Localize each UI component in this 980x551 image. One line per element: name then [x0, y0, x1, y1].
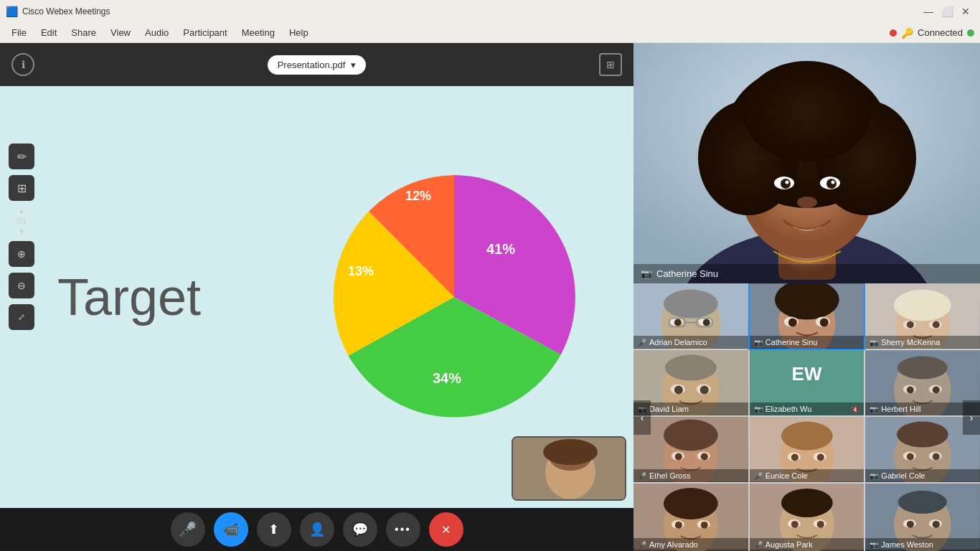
avatar-elizabeth: EW — [750, 350, 864, 398]
chat-button[interactable]: 💬 — [343, 512, 377, 547]
muted-icon-elizabeth: 🔇 — [851, 405, 859, 413]
participant-cell-adrian[interactable]: 🎤 Adrian Delamico — [633, 283, 748, 349]
name-bar-eunice: 🎤 Eunice Cole — [750, 469, 864, 482]
page-up-button[interactable]: ▲ — [18, 207, 25, 215]
name-bar-ethel: 🎤 Ethel Gross — [633, 469, 748, 482]
name-bar-amy: 🎤 Amy Alvarado — [633, 538, 748, 551]
menu-file[interactable]: File — [6, 26, 32, 39]
presentation-toolbar: ℹ Presentation.pdf ▾ ⊞ — [0, 43, 633, 86]
maximize-button[interactable]: ⬜ — [938, 3, 956, 20]
draw-tool-button[interactable]: ✏ — [9, 143, 34, 169]
title-bar-left: 🟦 Cisco Webex Meetings — [6, 6, 110, 17]
status-area: 🔑 Connected — [890, 27, 974, 39]
cam-icon-james: 📷 — [870, 541, 878, 549]
participant-cell-amy[interactable]: 🎤 Amy Alvarado — [633, 484, 748, 551]
menu-audio[interactable]: Audio — [139, 26, 174, 39]
participants-button[interactable]: 👤 — [300, 512, 334, 547]
svg-point-66 — [781, 422, 833, 451]
svg-point-55 — [907, 387, 914, 394]
svg-point-97 — [907, 521, 914, 528]
share-button[interactable]: ⬆ — [257, 512, 291, 547]
participant-cell-elizabeth[interactable]: EW 📷 Elizabeth Wu 🔇 — [750, 350, 864, 415]
svg-point-42 — [933, 321, 940, 329]
app-title: Cisco Webex Meetings — [22, 6, 110, 17]
featured-camera-icon: 📷 — [641, 268, 652, 279]
name-bar-catherine: 📷 Catherine Sinu — [750, 336, 864, 349]
menu-help[interactable]: Help — [283, 26, 314, 39]
title-bar: 🟦 Cisco Webex Meetings — ⬜ ✕ — [0, 0, 980, 23]
zoom-out-button[interactable]: ⊖ — [9, 273, 34, 298]
cam-icon-sherry: 📷 — [870, 339, 878, 347]
close-button[interactable]: ✕ — [957, 3, 974, 20]
left-tools: ✏ ⊞ ▲ 03 ▼ ⊕ ⊖ ⤢ — [9, 143, 34, 330]
menu-view[interactable]: View — [105, 26, 136, 39]
menu-bar: File Edit Share View Audio Participant M… — [0, 23, 980, 43]
menu-participant[interactable]: Participant — [177, 26, 232, 39]
zoom-in-button[interactable]: ⊕ — [9, 241, 34, 267]
svg-point-35 — [819, 319, 828, 327]
svg-point-34 — [788, 319, 797, 327]
grid-tool-button[interactable]: ⊞ — [9, 175, 34, 201]
svg-point-18 — [797, 197, 817, 208]
svg-point-41 — [907, 321, 914, 329]
share-icon: ⬆ — [268, 522, 279, 537]
participant-cell-james[interactable]: 📷 James Weston — [865, 484, 980, 551]
recording-indicator — [890, 29, 897, 37]
svg-point-80 — [664, 488, 718, 519]
mute-button[interactable]: 🎤 — [171, 512, 205, 547]
self-view-face — [513, 438, 625, 499]
chevron-down-icon: ▾ — [351, 60, 356, 70]
svg-point-73 — [897, 422, 948, 448]
file-selector[interactable]: Presentation.pdf ▾ — [268, 55, 367, 75]
video-button[interactable]: 📹 — [214, 512, 248, 547]
name-bar-augusta: 🎤 Augusta Park — [750, 538, 864, 551]
page-nav: ▲ 03 ▼ — [9, 207, 34, 235]
svg-point-52 — [897, 357, 948, 380]
cam-icon-gabriel: 📷 — [870, 472, 878, 480]
participant-cell-sherry[interactable]: 📷 Sherry McKenna — [865, 283, 980, 349]
grid-prev-button[interactable]: ‹ — [633, 400, 651, 435]
cam-icon-catherine: 📷 — [754, 339, 763, 347]
self-view — [512, 436, 626, 501]
svg-point-69 — [791, 454, 798, 461]
name-sherry: Sherry McKenna — [881, 338, 940, 347]
menu-share[interactable]: Share — [65, 26, 102, 39]
info-button[interactable]: ℹ — [11, 53, 34, 76]
page-down-button[interactable]: ▼ — [18, 227, 25, 235]
page-number: 03 — [17, 216, 26, 226]
more-button[interactable]: ••• — [386, 512, 420, 547]
connected-indicator — [967, 29, 974, 37]
svg-point-16 — [786, 181, 789, 184]
end-call-button[interactable]: ✕ — [429, 512, 463, 547]
svg-point-45 — [665, 355, 717, 381]
pie-chart: 41% 34% 13% 12% — [318, 161, 590, 433]
mic-icon-amy: 🎤 — [638, 541, 646, 549]
svg-point-17 — [831, 181, 835, 184]
bottom-toolbar: 🎤 📹 ⬆ 👤 💬 ••• ✕ — [0, 508, 633, 551]
featured-participant: 📷 Catherine Sinu — [633, 43, 980, 283]
name-bar-adrian: 🎤 Adrian Delamico — [633, 336, 748, 349]
svg-point-24 — [674, 319, 682, 326]
svg-point-14 — [781, 179, 791, 189]
svg-point-21 — [664, 290, 718, 319]
name-bar-sherry: 📷 Sherry McKenna — [865, 336, 980, 349]
minimize-button[interactable]: — — [920, 3, 937, 20]
fullscreen-button[interactable]: ⤢ — [9, 304, 34, 330]
expand-button[interactable]: ⊞ — [599, 53, 622, 76]
svg-point-49 — [700, 386, 709, 395]
participant-cell-eunice[interactable]: 🎤 Eunice Cole — [750, 417, 864, 482]
more-icon: ••• — [395, 523, 411, 536]
participant-cell-catherine[interactable]: 📷 Catherine Sinu — [750, 283, 864, 349]
grid-next-button[interactable]: › — [963, 400, 980, 435]
file-name: Presentation.pdf — [278, 60, 346, 70]
video-icon: 📹 — [223, 522, 239, 537]
name-adrian: Adrian Delamico — [649, 338, 707, 347]
menu-meeting[interactable]: Meeting — [236, 26, 281, 39]
app-logo: 🟦 — [6, 6, 18, 17]
menu-edit[interactable]: Edit — [35, 26, 62, 39]
end-call-icon: ✕ — [441, 523, 451, 537]
participants-icon: 👤 — [309, 522, 325, 537]
connected-text: Connected — [918, 27, 963, 38]
participant-cell-augusta[interactable]: 🎤 Augusta Park — [750, 484, 864, 551]
featured-participant-name: Catherine Sinu — [656, 268, 718, 279]
